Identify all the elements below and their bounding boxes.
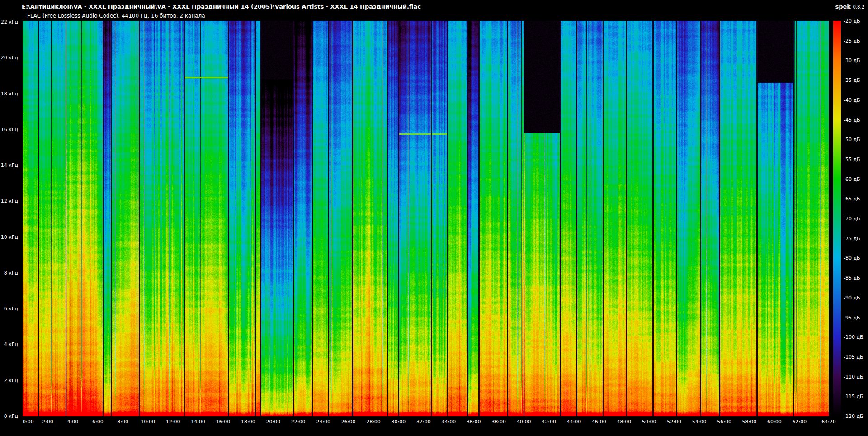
- db-tick-label: -70 дБ: [844, 216, 860, 222]
- time-tick-label: 54:00: [692, 419, 707, 425]
- db-tick-label: -95 дБ: [844, 315, 860, 321]
- time-tick-label: 36:00: [467, 419, 481, 425]
- db-tick-label: -25 дБ: [844, 38, 860, 44]
- freq-tick-label: 10 кГц: [1, 234, 18, 240]
- db-tick-label: -35 дБ: [844, 77, 860, 83]
- time-tick-label: 46:00: [592, 419, 606, 425]
- version-number: 0.8.2: [853, 5, 864, 9]
- db-colorbar: [833, 21, 841, 416]
- freq-tick-label: 8 кГц: [4, 270, 18, 276]
- titlebar: E:\Антициклон\VA - XXXL Праздничный\VA -…: [22, 3, 864, 10]
- time-tick-label: 30:00: [392, 419, 406, 425]
- db-tick-label: -80 дБ: [844, 255, 860, 261]
- db-tick-label: -110 дБ: [844, 374, 863, 380]
- spectrogram-plot: [23, 21, 829, 416]
- db-tick-label: -30 дБ: [844, 57, 860, 63]
- time-tick-label: 34:00: [441, 419, 456, 425]
- db-tick-label: -60 дБ: [844, 176, 860, 182]
- db-tick-label: -100 дБ: [844, 334, 863, 340]
- db-scale-labels: -20 дБ-25 дБ-30 дБ-35 дБ-40 дБ-45 дБ-50 …: [844, 21, 868, 416]
- time-tick-label: 58:00: [742, 419, 757, 425]
- freq-tick-label: 2 кГц: [4, 378, 18, 384]
- time-tick-label: 8:00: [117, 419, 128, 425]
- app-name: spek: [835, 3, 851, 10]
- time-tick-label: 48:00: [617, 419, 631, 425]
- spectrogram-canvas: [23, 21, 829, 416]
- time-tick-label: 50:00: [642, 419, 656, 425]
- spek-window: E:\Антициклон\VA - XXXL Праздничный\VA -…: [0, 0, 868, 436]
- time-tick-label: 56:00: [717, 419, 731, 425]
- time-tick-label: 62:00: [792, 419, 807, 425]
- audio-info: FLAC (Free Lossless Audio Codec), 44100 …: [27, 13, 205, 19]
- time-axis: 0:002:004:006:008:0010:0012:0014:0016:00…: [23, 419, 829, 427]
- time-tick-label: 6:00: [92, 419, 104, 425]
- time-tick-label: 26:00: [341, 419, 356, 425]
- frequency-axis: 22 кГц20 кГц18 кГц16 кГц14 кГц12 кГц10 к…: [0, 21, 21, 416]
- freq-tick-label: 16 кГц: [1, 127, 18, 133]
- time-tick-label: 32:00: [416, 419, 431, 425]
- db-tick-label: -65 дБ: [844, 196, 860, 202]
- time-tick-label: 12:00: [166, 419, 180, 425]
- db-tick-label: -85 дБ: [844, 275, 860, 281]
- freq-tick-label: 22 кГц: [1, 19, 18, 25]
- time-tick-label: 10:00: [141, 419, 155, 425]
- time-tick-label: 2:00: [42, 419, 53, 425]
- db-tick-label: -90 дБ: [844, 295, 860, 301]
- time-tick-label: 60:00: [767, 419, 782, 425]
- time-tick-label: 22:00: [291, 419, 306, 425]
- time-tick-label: 0:00: [23, 419, 34, 425]
- db-tick-label: -45 дБ: [844, 117, 860, 123]
- db-tick-label: -50 дБ: [844, 137, 860, 142]
- time-tick-label: 44:00: [567, 419, 581, 425]
- time-tick-label: 52:00: [667, 419, 681, 425]
- time-tick-label: 38:00: [491, 419, 506, 425]
- time-tick-label: 14:00: [191, 419, 205, 425]
- time-tick-label: 20:00: [266, 419, 280, 425]
- db-tick-label: -115 дБ: [844, 393, 863, 399]
- freq-tick-label: 0 кГц: [4, 413, 18, 419]
- db-tick-label: -40 дБ: [844, 97, 860, 103]
- db-tick-label: -20 дБ: [844, 18, 860, 24]
- db-tick-label: -55 дБ: [844, 156, 860, 162]
- freq-tick-label: 20 кГц: [1, 55, 18, 61]
- freq-tick-label: 18 кГц: [1, 91, 18, 97]
- db-tick-label: -105 дБ: [844, 354, 863, 360]
- file-path: E:\Антициклон\VA - XXXL Праздничный\VA -…: [22, 3, 421, 10]
- time-tick-label: 64:20: [821, 419, 836, 425]
- time-tick-label: 24:00: [316, 419, 330, 425]
- time-tick-label: 16:00: [216, 419, 231, 425]
- time-tick-label: 18:00: [241, 419, 255, 425]
- time-tick-label: 42:00: [542, 419, 556, 425]
- freq-tick-label: 4 кГц: [4, 341, 18, 347]
- db-tick-label: -75 дБ: [844, 236, 860, 242]
- db-tick-label: -120 дБ: [844, 413, 863, 419]
- app-version: spek 0.8.2: [835, 3, 865, 10]
- freq-tick-label: 14 кГц: [1, 162, 18, 168]
- freq-tick-label: 12 кГц: [1, 198, 18, 204]
- freq-tick-label: 6 кГц: [4, 306, 18, 312]
- time-tick-label: 4:00: [67, 419, 79, 425]
- time-tick-label: 40:00: [517, 419, 531, 425]
- time-tick-label: 28:00: [366, 419, 381, 425]
